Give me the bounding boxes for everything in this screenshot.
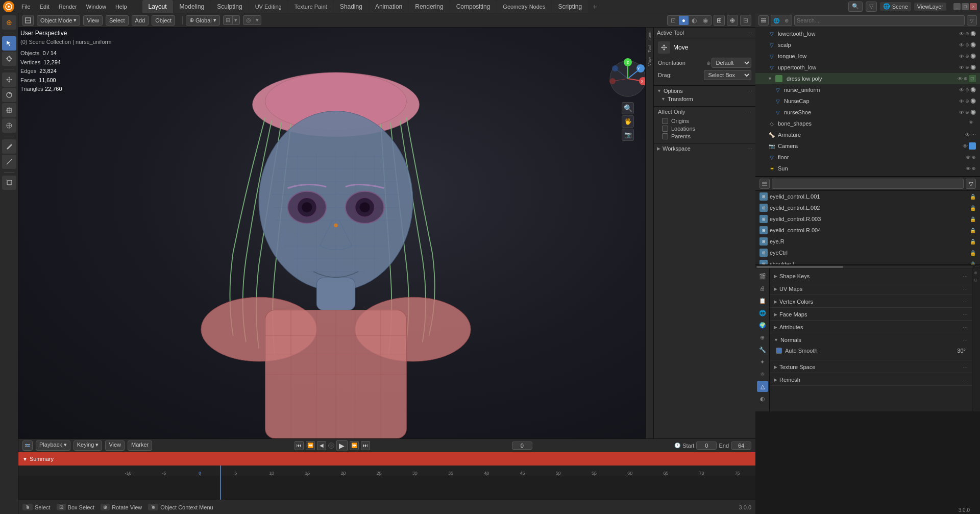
normals-dots[interactable]: ⋯: [963, 337, 968, 343]
orientation-dropdown[interactable]: Default Global Local: [712, 58, 752, 68]
mesh-data-props-icon[interactable]: △: [757, 381, 768, 392]
shoe-visibility-icon[interactable]: 👁: [959, 110, 964, 115]
view-dropdown[interactable]: View: [105, 440, 125, 451]
edit-menu[interactable]: Edit: [36, 3, 54, 11]
tool-tab[interactable]: Tool: [646, 43, 653, 55]
annotate-tool-button[interactable]: [2, 139, 16, 154]
keying-dropdown[interactable]: Keying ▾: [74, 440, 103, 451]
remesh-dots[interactable]: ⋯: [963, 377, 968, 383]
marker-dropdown[interactable]: Marker: [128, 440, 152, 451]
close-button[interactable]: ×: [970, 3, 977, 10]
view-menu-button[interactable]: View: [83, 15, 103, 26]
move-tool-button[interactable]: [2, 72, 16, 87]
options-section-title[interactable]: ▼ Options ⋯: [657, 88, 752, 94]
step-forward-button[interactable]: ⏩: [350, 441, 359, 450]
vertex-colors-dots[interactable]: ⋯: [963, 299, 968, 305]
remesh-header[interactable]: ▶ Remesh ⋯: [770, 374, 972, 385]
proportional-toggle[interactable]: ◎: [244, 16, 253, 24]
navigation-gizmo[interactable]: Y X Z 🔍 🖐 📷: [607, 58, 648, 99]
uniform-visibility-icon[interactable]: 👁: [959, 87, 964, 93]
tab-scripting[interactable]: Scripting: [552, 0, 588, 13]
timeline-editor-type[interactable]: [22, 440, 33, 451]
outliner-editor-type[interactable]: [758, 15, 769, 26]
parents-checkbox[interactable]: [662, 133, 668, 139]
locations-checkbox[interactable]: [662, 126, 668, 132]
global-search[interactable]: 🔍: [848, 2, 863, 12]
bone-item-eyelid-r-003[interactable]: ⊞ eyelid_control.R.003 🔒: [755, 213, 980, 225]
scene-props-icon[interactable]: 🌐: [757, 307, 768, 319]
view-layer-selector[interactable]: ViewLayer: [914, 3, 946, 11]
minimize-button[interactable]: _: [953, 3, 961, 10]
step-back-button[interactable]: ⏪: [306, 441, 315, 450]
auto-smooth-checkbox[interactable]: [776, 348, 782, 354]
attributes-dots[interactable]: ⋯: [963, 325, 968, 330]
camera-button[interactable]: 📷: [622, 129, 634, 141]
show-gizmos-button[interactable]: ⊕: [727, 15, 738, 26]
show-overlays-button[interactable]: ⊞: [714, 15, 725, 26]
bone-item-eyectrl[interactable]: ⊞ eyeCtrl 🔒: [755, 247, 980, 258]
outliner-item-nursecap[interactable]: ▽ NurseCap 👁 ⊕ 🔘: [755, 95, 980, 107]
bone-lock-icon[interactable]: 🔒: [970, 194, 976, 200]
view-tab[interactable]: View: [646, 55, 653, 68]
tab-modeling[interactable]: Modeling: [174, 0, 211, 13]
drag-dropdown[interactable]: Select Box Select Circle: [704, 70, 752, 80]
modifier-props-icon[interactable]: 🔧: [757, 344, 768, 355]
normals-header[interactable]: ▼ Normals ⋯: [770, 334, 972, 346]
tab-animation[interactable]: Animation: [369, 0, 408, 13]
bone-item-eyelid-l-002[interactable]: ⊞ eyelid_control.L.002 🔒: [755, 202, 980, 213]
item-tab[interactable]: Item: [646, 30, 653, 42]
select-tool-button[interactable]: [2, 36, 16, 51]
outliner-item-bone-shapes[interactable]: ◇ bone_shapes 👁: [755, 118, 980, 129]
render-region-button[interactable]: ⊟: [740, 15, 751, 26]
outliner-item-nurse-uniform[interactable]: ▽ nurse_uniform 👁 ⊕ 🔘: [755, 84, 980, 95]
shape-keys-dots[interactable]: ⋯: [963, 274, 968, 279]
options-dots[interactable]: ⋯: [747, 88, 752, 94]
outliner-item-sun[interactable]: ☀ Sun 👁 ⊕: [755, 163, 980, 174]
3d-viewport[interactable]: User Perspective (0) Scene Collection | …: [18, 28, 653, 438]
scalp-visibility-icon[interactable]: 👁: [959, 42, 964, 48]
snap-options[interactable]: ▾: [232, 16, 239, 24]
rotate-tool-button[interactable]: [2, 88, 16, 102]
face-maps-header[interactable]: ▶ Face Maps ⋯: [770, 309, 972, 320]
tab-shading[interactable]: Shading: [334, 0, 369, 13]
object-props-icon[interactable]: ⊕: [757, 332, 768, 343]
transform-section-title[interactable]: ▼ Transform: [661, 96, 752, 102]
help-menu[interactable]: Help: [111, 3, 131, 11]
snap-toggle[interactable]: ⊞: [224, 16, 232, 24]
floor-visibility-icon[interactable]: 👁: [966, 155, 971, 160]
armature-visibility-icon[interactable]: 👁: [965, 132, 970, 138]
bone-item-eyelid-r-004[interactable]: ⊞ eyelid_control.R.004 🔒: [755, 225, 980, 236]
scene-selector[interactable]: 🌐 Scene: [880, 2, 911, 11]
scroll-tab-1[interactable]: ⊕: [972, 270, 980, 276]
object-menu-button[interactable]: Object: [152, 15, 175, 26]
scale-tool-button[interactable]: [2, 103, 16, 117]
visibility-icon[interactable]: 👁: [959, 31, 964, 37]
face-maps-dots[interactable]: ⋯: [963, 312, 968, 317]
cursor-tool-button[interactable]: [2, 52, 16, 66]
outliner-item-tongue[interactable]: ▽ tongue_low 👁 ⊕ 🔘: [755, 51, 980, 62]
play-reverse-button[interactable]: ◀: [317, 441, 326, 450]
tab-layout[interactable]: Layout: [142, 0, 173, 13]
sun-visibility-icon[interactable]: 👁: [966, 166, 971, 172]
physics-props-icon[interactable]: ⚛: [757, 369, 768, 380]
rendered-button[interactable]: ◉: [700, 16, 711, 25]
outliner-item-floor[interactable]: ▽ floor 👁 ⊕: [755, 152, 980, 163]
active-tool-options-btn[interactable]: ⋯: [747, 30, 752, 36]
bone-item-shoulder-l[interactable]: ⊞ shoulder.L 🔒: [755, 258, 980, 264]
editor-type-button[interactable]: [22, 15, 34, 26]
tab-geometry-nodes[interactable]: Geometry Nodes: [497, 0, 551, 13]
bone-item-eye-r[interactable]: ⊞ eye.R 🔒: [755, 236, 980, 247]
dress-visibility-icon[interactable]: 👁: [958, 76, 963, 82]
view-layer-props-icon[interactable]: 📋: [757, 295, 768, 306]
window-menu[interactable]: Window: [82, 3, 110, 11]
bone-list-editor-type[interactable]: [760, 179, 770, 189]
play-button[interactable]: ▶: [336, 440, 348, 451]
uppertooth-visibility-icon[interactable]: 👁: [959, 65, 964, 70]
add-menu-button[interactable]: Add: [132, 15, 149, 26]
output-props-icon[interactable]: 🖨: [757, 283, 768, 294]
material-preview-button[interactable]: ◐: [689, 16, 700, 25]
timeline-ruler[interactable]: -10 -5 0 5 10 15 20 25 30 35 40 45: [18, 466, 755, 476]
outliner-item-dress-collection[interactable]: ▼ dress low poly 👁 ⊕ ⊡: [755, 73, 980, 84]
outliner-item-lowertooth[interactable]: ▽ lowertooth_low 👁 ⊕ 🔘: [755, 28, 980, 39]
mode-icon-button[interactable]: ⊕: [2, 15, 16, 30]
